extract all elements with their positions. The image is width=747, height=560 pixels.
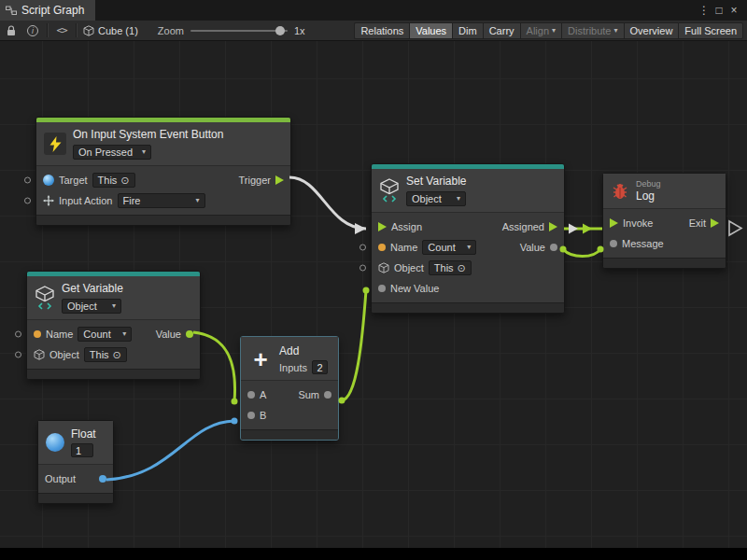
- port-row-a: A Sum: [241, 385, 338, 405]
- node-footer: [241, 429, 338, 440]
- object-edge-port[interactable]: [359, 265, 366, 272]
- assign-input-port[interactable]: [378, 222, 387, 231]
- graph-toolbar: i <> Cube (1) Zoom 1x Relations Values D…: [0, 21, 747, 41]
- wire-float-to-b: [106, 421, 234, 480]
- new-value-input-port[interactable]: [378, 285, 386, 292]
- target-input-port[interactable]: [24, 177, 31, 184]
- sum-output-port[interactable]: [324, 391, 331, 399]
- node-title: Get Variable: [62, 282, 123, 295]
- value-label: Value: [156, 329, 181, 340]
- values-button[interactable]: Values: [409, 22, 452, 39]
- target-label: Target: [59, 175, 88, 186]
- node-footer: [27, 369, 200, 379]
- trigger-output-port[interactable]: [275, 175, 284, 185]
- variable-name-dropdown[interactable]: Count ▾: [422, 240, 476, 255]
- carry-button[interactable]: Carry: [483, 22, 520, 39]
- port-row-invoke: Invoke Exit: [603, 213, 726, 233]
- maximize-icon[interactable]: □: [712, 4, 726, 17]
- flow-pulse-icon: [583, 224, 592, 234]
- assigned-output-port[interactable]: [549, 222, 557, 231]
- name-input-port[interactable]: [378, 244, 386, 251]
- input-action-dropdown[interactable]: Fire ▾: [118, 193, 205, 208]
- node-add[interactable]: + Add Inputs 2 A Sum B: [240, 336, 339, 441]
- code-view-icon[interactable]: <>: [54, 23, 69, 38]
- trigger-label: Trigger: [239, 175, 271, 186]
- self-target-icon: ⊙: [458, 262, 466, 274]
- toolbar-separator: [76, 23, 77, 37]
- object-this-button[interactable]: This ⊙: [429, 260, 472, 275]
- exit-label: Exit: [689, 217, 706, 229]
- port-row-name: Name Count ▾ Value: [27, 324, 200, 344]
- toolbar-separator: [47, 23, 48, 37]
- exit-output-port[interactable]: [711, 218, 719, 228]
- node-float[interactable]: Float 1 Output: [37, 420, 114, 504]
- float-icon: [46, 433, 64, 452]
- node-title: Set Variable: [406, 175, 466, 188]
- invoke-label: Invoke: [623, 217, 653, 229]
- self-target-icon: ⊙: [120, 175, 129, 187]
- chevron-down-icon: ▾: [142, 148, 146, 156]
- node-on-input-system-event[interactable]: On Input System Event Button On Pressed …: [35, 117, 291, 226]
- name-input-port[interactable]: [34, 330, 41, 338]
- event-mode-dropdown[interactable]: On Pressed ▾: [73, 145, 151, 160]
- full-screen-button[interactable]: Full Screen: [678, 22, 743, 39]
- name-edge-port[interactable]: [15, 331, 21, 338]
- bug-icon: [611, 182, 629, 201]
- zoom-slider[interactable]: [190, 30, 288, 32]
- node-title: Float: [71, 427, 96, 441]
- distribute-button[interactable]: Distribute▾: [561, 22, 623, 39]
- align-button[interactable]: Align▾: [520, 22, 561, 39]
- port-row-target: Target This ⊙ Trigger: [36, 170, 290, 190]
- object-this-button[interactable]: This ⊙: [84, 347, 127, 362]
- relations-button[interactable]: Relations: [354, 22, 409, 39]
- name-edge-port[interactable]: [359, 245, 366, 251]
- assigned-label: Assigned: [502, 221, 544, 232]
- dim-button[interactable]: Dim: [452, 22, 483, 39]
- info-icon[interactable]: i: [25, 23, 40, 38]
- variable-name-dropdown[interactable]: Count ▾: [78, 327, 132, 342]
- node-debug-log[interactable]: Debug Log Invoke Exit Message: [602, 173, 726, 269]
- output-port[interactable]: [99, 475, 106, 483]
- invoke-input-port[interactable]: [610, 218, 618, 228]
- wire-trigger-to-assign: [289, 177, 366, 229]
- chevron-down-icon: ▾: [195, 197, 199, 204]
- self-target-icon: ⊙: [113, 349, 121, 361]
- variable-cube-icon: [35, 286, 55, 310]
- float-value-field[interactable]: 1: [71, 443, 93, 457]
- port-row-assign: Assign Assigned: [372, 217, 564, 237]
- tab-title: Script Graph: [21, 4, 84, 17]
- inputs-count-field[interactable]: 2: [312, 360, 328, 374]
- tab-script-graph[interactable]: Script Graph: [0, 0, 95, 21]
- sum-label: Sum: [298, 389, 319, 400]
- overview-button[interactable]: Overview: [624, 22, 679, 39]
- variable-scope-dropdown[interactable]: Object ▾: [62, 299, 121, 314]
- window-tab-bar: Script Graph ⋮ □ ×: [0, 0, 747, 21]
- port-row-object: Object This ⊙: [27, 344, 200, 365]
- input-action-port[interactable]: [24, 198, 31, 204]
- object-edge-port[interactable]: [15, 352, 21, 358]
- node-footer: [38, 493, 113, 503]
- kebab-menu-icon[interactable]: ⋮: [697, 4, 712, 17]
- node-footer: [372, 302, 564, 313]
- wire-arrowhead: [355, 223, 366, 234]
- port-row-output: Output: [38, 469, 113, 489]
- b-input-port[interactable]: [247, 412, 255, 419]
- toolbar-button-group: Relations Values Dim Carry Align▾ Distri…: [354, 22, 743, 39]
- graph-target-reference[interactable]: Cube (1): [83, 25, 138, 36]
- chevron-down-icon: ▾: [457, 195, 460, 203]
- node-get-variable[interactable]: Get Variable Object ▾ Name Count ▾ Value: [26, 271, 201, 380]
- gameobject-icon: [43, 175, 54, 186]
- message-input-port[interactable]: [610, 240, 617, 247]
- object-label: Object: [49, 349, 79, 360]
- zoom-slider-handle[interactable]: [275, 26, 285, 35]
- value-output-port[interactable]: [186, 330, 193, 338]
- node-set-variable[interactable]: Set Variable Object ▾ Assign Assigned Na…: [371, 163, 565, 314]
- value-output-port[interactable]: [550, 244, 557, 251]
- a-input-port[interactable]: [247, 391, 255, 399]
- close-icon[interactable]: ×: [726, 4, 741, 17]
- lock-icon[interactable]: [4, 23, 19, 38]
- variable-scope-dropdown[interactable]: Object ▾: [406, 191, 466, 206]
- graph-canvas[interactable]: On Input System Event Button On Pressed …: [0, 41, 747, 548]
- node-header: Get Variable Object ▾: [27, 276, 200, 320]
- target-this-button[interactable]: This ⊙: [92, 173, 135, 188]
